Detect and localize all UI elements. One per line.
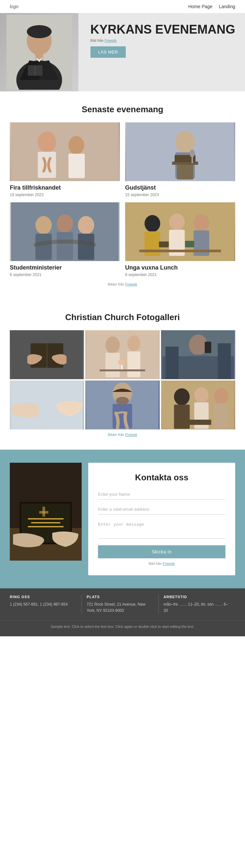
nav-landing[interactable]: Landing: [219, 4, 235, 9]
hero-image: [0, 13, 78, 91]
contact-name-input[interactable]: [98, 489, 225, 500]
event-image-1: [10, 122, 120, 181]
hero-content: KYRKANS EVENEMANG Bild från Freepik LÄS …: [90, 23, 235, 58]
event-date-1: 19 september 2023: [10, 192, 120, 197]
info-text-hours: mån–fre …… 11–20, lör, sön …… 6–20: [164, 601, 230, 614]
gallery-image-5: [85, 380, 159, 429]
svg-point-24: [36, 216, 52, 234]
info-label-location: PLATS: [87, 595, 153, 599]
navbar: logo Home Page Landing: [0, 0, 245, 13]
info-row: RING OSS 1 (234) 567-891, 1 (234) 987-65…: [0, 588, 245, 620]
nav-home[interactable]: Home Page: [188, 4, 212, 9]
svg-rect-57: [218, 343, 230, 379]
hero-freepik-link[interactable]: Freepik: [105, 38, 117, 42]
event-card-3: Studentministerier 6 september 2021: [10, 202, 120, 277]
contact-form-title: Kontakta oss: [98, 472, 225, 483]
contact-bible-image: [10, 463, 82, 561]
svg-point-13: [69, 136, 84, 154]
contact-form: Skicka in: [98, 489, 225, 558]
info-text-phone: 1 (234) 567-891, 1 (234) 987-654: [10, 601, 77, 608]
svg-rect-12: [38, 152, 56, 178]
svg-rect-39: [185, 241, 194, 247]
footer-text: Sample text. Click to select the text bo…: [10, 624, 235, 630]
contact-message-input[interactable]: [98, 519, 225, 539]
hero-credit: Bild från Freepik: [90, 38, 235, 42]
contact-submit-button[interactable]: Skicka in: [98, 545, 225, 558]
svg-rect-47: [128, 351, 140, 377]
svg-rect-29: [78, 234, 94, 260]
svg-rect-48: [100, 369, 145, 371]
info-col-hours: ARBETSTID mån–fre …… 11–20, lör, sön …… …: [159, 595, 235, 614]
svg-rect-54: [205, 342, 211, 353]
event-date-4: 8 september 2021: [125, 273, 235, 277]
svg-rect-28: [57, 232, 73, 260]
event-image-2: [125, 122, 235, 181]
svg-point-44: [106, 336, 120, 353]
hero-section: KYRKANS EVENEMANG Bild från Freepik LÄS …: [0, 13, 245, 91]
event-date-3: 6 september 2021: [10, 273, 120, 277]
gallery-title: Christian Church Fotogalleri: [0, 312, 245, 322]
svg-point-50: [118, 360, 126, 365]
svg-point-52: [189, 335, 207, 355]
events-grid: Fira tillfrisknandet 19 september 2023: [0, 122, 245, 277]
svg-rect-68: [174, 405, 189, 429]
nav-links: Home Page Landing: [188, 4, 235, 9]
svg-rect-38: [159, 242, 169, 247]
gallery-grid: [0, 330, 245, 429]
svg-point-31: [145, 215, 160, 232]
svg-point-65: [174, 388, 189, 405]
svg-point-9: [27, 25, 52, 38]
svg-point-11: [38, 131, 56, 152]
event-card-4: Unga vuxna Lunch 8 september 2021: [125, 202, 235, 277]
svg-point-67: [214, 388, 228, 404]
event-name-1: Fira tillfrisknandet: [10, 184, 120, 191]
info-label-phone: RING OSS: [10, 595, 77, 599]
gallery-image-1: [10, 330, 84, 379]
gallery-freepik-link[interactable]: Freepik: [125, 433, 137, 437]
gallery-section: Christian Church Fotogalleri: [0, 296, 245, 450]
gallery-image-3: [161, 330, 235, 379]
info-col-location: PLATS 721 Rock Street, 21 Avenue, New Yo…: [82, 595, 158, 614]
svg-point-25: [57, 214, 73, 232]
svg-point-45: [128, 336, 140, 351]
contact-section: Kontakta oss Skicka in Bild från Freepik: [0, 450, 245, 588]
svg-point-33: [169, 213, 185, 230]
events-title: Senaste evenemang: [0, 104, 245, 115]
gallery-image-6: [161, 380, 235, 429]
svg-point-35: [194, 214, 209, 231]
svg-rect-76: [28, 518, 64, 520]
events-freepik-link[interactable]: Freepik: [125, 282, 137, 286]
form-freepik-link[interactable]: Freepik: [163, 562, 175, 565]
hero-person-image: [6, 15, 72, 90]
gallery-image-4: [10, 380, 84, 429]
event-name-3: Studentministerier: [10, 264, 120, 271]
svg-rect-56: [165, 346, 179, 379]
info-text-location: 721 Rock Street, 21 Avenue, New York, NY…: [87, 601, 153, 614]
svg-point-66: [194, 388, 209, 403]
gallery-image-2: [85, 330, 159, 379]
logo: logo: [10, 4, 18, 9]
event-image-4: [125, 202, 235, 261]
svg-rect-19: [177, 165, 193, 180]
info-label-hours: ARBETSTID: [164, 595, 230, 599]
event-image-3: [10, 202, 120, 261]
svg-rect-77: [31, 522, 60, 523]
svg-point-26: [78, 216, 94, 234]
contact-form-box: Kontakta oss Skicka in Bild från Freepik: [88, 463, 235, 575]
hero-title: KYRKANS EVENEMANG: [90, 23, 235, 36]
svg-rect-46: [106, 353, 120, 377]
svg-rect-14: [69, 154, 85, 178]
svg-rect-43: [87, 330, 158, 379]
contact-email-input[interactable]: [98, 504, 225, 515]
svg-rect-3: [35, 53, 43, 60]
svg-rect-37: [139, 250, 221, 252]
svg-rect-71: [185, 420, 211, 425]
hero-cta-button[interactable]: LÄS MER: [90, 46, 126, 58]
svg-point-63: [116, 397, 129, 405]
events-section: Senaste evenemang Fira tillfrisknandet 1…: [0, 104, 245, 286]
event-name-4: Unga vuxna Lunch: [125, 264, 235, 271]
event-date-2: 15 september 2023: [125, 192, 235, 197]
svg-rect-10: [11, 122, 119, 181]
svg-rect-80: [39, 511, 48, 514]
svg-rect-59: [39, 405, 57, 415]
